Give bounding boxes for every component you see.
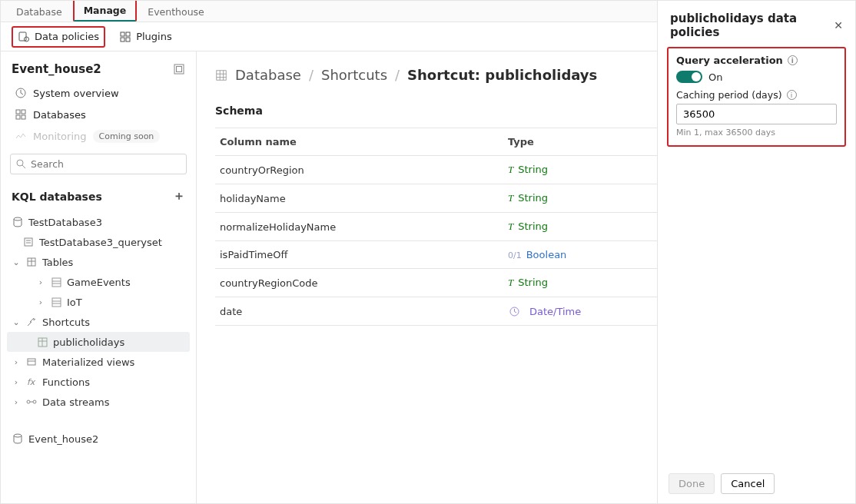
tree-db-label: TestDatabase3 <box>28 217 102 228</box>
col-name: countryOrRegion <box>220 164 508 176</box>
eventhouse-title: Event_house2 <box>12 62 101 76</box>
clock-icon <box>508 305 520 317</box>
tree-data-streams-label: Data streams <box>42 396 110 408</box>
tree-tables[interactable]: ⌄ Tables <box>7 252 190 272</box>
svg-rect-38 <box>217 70 226 79</box>
breadcrumb-database[interactable]: Database <box>235 67 301 83</box>
table-icon <box>50 296 62 308</box>
tree-gameevents[interactable]: › GameEvents <box>7 272 190 292</box>
panel-title: publicholidays data policies <box>670 12 834 39</box>
svg-rect-4 <box>121 38 124 41</box>
svg-rect-5 <box>126 38 130 41</box>
type-boolean: Boolean <box>508 249 566 260</box>
query-acceleration-toggle[interactable] <box>676 71 702 83</box>
nav-system-overview-label: System overview <box>33 88 119 99</box>
svg-rect-10 <box>22 110 25 114</box>
svg-rect-6 <box>174 65 184 74</box>
tab-database[interactable]: Database <box>7 2 71 22</box>
tab-eventhouse[interactable]: Eventhouse <box>138 2 214 22</box>
search-icon <box>15 158 27 170</box>
svg-rect-9 <box>16 110 20 114</box>
database-icon <box>12 216 24 228</box>
policies-panel: publicholidays data policies ✕ Query acc… <box>657 1 855 503</box>
expand-icon[interactable] <box>173 63 185 75</box>
toolbar-data-policies-label: Data policies <box>35 31 99 42</box>
queryset-icon <box>22 236 35 248</box>
chevron-down-icon: ⌄ <box>12 257 21 267</box>
type-string: String <box>508 164 548 176</box>
type-string: String <box>508 192 548 204</box>
chevron-right-icon: › <box>36 277 45 287</box>
svg-point-13 <box>17 160 23 166</box>
shortcuts-icon <box>25 316 38 328</box>
breadcrumb-separator: / <box>309 67 314 83</box>
info-icon[interactable]: i <box>788 55 798 65</box>
svg-rect-16 <box>25 238 32 246</box>
tree-eventhouse2[interactable]: Event_house2 <box>7 429 190 449</box>
svg-point-35 <box>33 400 36 403</box>
shortcut-table-icon <box>36 336 48 348</box>
toolbar-data-policies[interactable]: Data policies <box>12 26 105 48</box>
breadcrumb-current: Shortcut: publicholidays <box>407 67 597 83</box>
tree-publicholidays[interactable]: publicholidays <box>7 332 190 352</box>
nav-databases[interactable]: Databases <box>7 104 190 125</box>
search-container <box>10 154 187 174</box>
breadcrumb-shortcuts[interactable]: Shortcuts <box>321 67 387 83</box>
svg-rect-0 <box>19 32 26 41</box>
tree-iot-label: IoT <box>67 297 82 308</box>
tree-functions-label: Functions <box>42 376 90 388</box>
database-icon <box>12 433 24 445</box>
breadcrumb-separator: / <box>395 67 400 83</box>
tree-functions[interactable]: › fx Functions <box>7 372 190 392</box>
tree-materialized-views[interactable]: › Materialized views <box>7 352 190 372</box>
materialized-views-icon <box>25 356 38 368</box>
svg-point-37 <box>14 434 22 437</box>
nav-system-overview[interactable]: System overview <box>7 82 190 104</box>
monitoring-icon <box>15 131 27 143</box>
caching-period-label: Caching period (days) <box>676 89 782 101</box>
add-database-icon[interactable]: ＋ <box>173 188 185 204</box>
tree-iot[interactable]: › IoT <box>7 292 190 312</box>
tab-manage[interactable]: Manage <box>73 0 138 22</box>
tree-db-testdatabase3[interactable]: TestDatabase3 <box>7 212 190 232</box>
svg-rect-11 <box>16 115 20 119</box>
table-icon <box>50 276 62 288</box>
toolbar-plugins[interactable]: Plugins <box>114 28 177 46</box>
tree-shortcuts-label: Shortcuts <box>42 317 90 328</box>
svg-point-15 <box>14 217 22 220</box>
search-input[interactable] <box>10 154 187 174</box>
tree-shortcuts[interactable]: ⌄ Shortcuts <box>7 312 190 332</box>
type-string: String <box>508 220 548 233</box>
plugins-icon <box>119 31 131 43</box>
col-name: countryRegionCode <box>220 277 508 289</box>
svg-line-14 <box>22 165 25 168</box>
cancel-button[interactable]: Cancel <box>721 473 775 494</box>
kql-databases-header: KQL databases <box>12 191 102 203</box>
breadcrumb-table-icon <box>215 69 227 81</box>
caching-period-input[interactable] <box>676 104 837 124</box>
svg-rect-25 <box>52 298 61 307</box>
nav-monitoring: Monitoring Coming soon <box>7 125 190 148</box>
col-name: holidayName <box>220 193 508 204</box>
close-icon[interactable]: ✕ <box>834 19 843 32</box>
svg-rect-3 <box>126 32 130 36</box>
tree-materialized-views-label: Materialized views <box>42 356 134 368</box>
type-string: String <box>508 277 548 289</box>
info-icon[interactable]: i <box>787 90 797 100</box>
chevron-down-icon: ⌄ <box>12 317 21 327</box>
overview-icon <box>15 87 27 99</box>
svg-point-34 <box>27 400 30 403</box>
svg-rect-22 <box>52 278 61 287</box>
tree-queryset[interactable]: TestDatabase3_queryset <box>7 232 190 252</box>
nav-monitoring-label: Monitoring <box>33 131 87 142</box>
col-name: date <box>220 306 508 317</box>
caching-period-hint: Min 1, max 36500 days <box>676 128 837 138</box>
db-tree: TestDatabase3 TestDatabase3_queryset ⌄ T… <box>7 212 190 449</box>
query-acceleration-section: Query acceleration i On Caching period (… <box>667 47 846 147</box>
tree-data-streams[interactable]: › Data streams <box>7 392 190 412</box>
toggle-state-label: On <box>708 71 722 83</box>
data-policies-icon <box>18 31 30 43</box>
col-name: normalizeHolidayName <box>220 221 508 233</box>
tree-publicholidays-label: publicholidays <box>53 337 124 348</box>
tree-gameevents-label: GameEvents <box>67 277 131 288</box>
